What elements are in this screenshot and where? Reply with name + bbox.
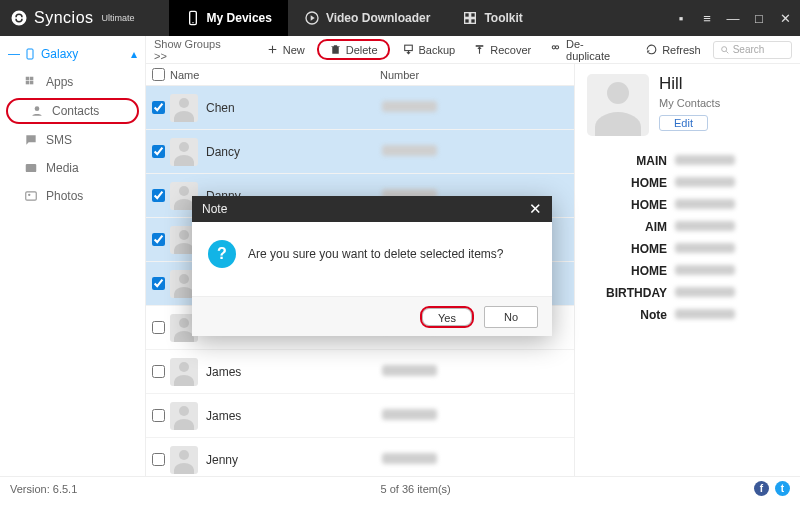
field-label: MAIN bbox=[587, 154, 667, 168]
field-value bbox=[675, 242, 735, 256]
detail-field: BIRTHDAY bbox=[587, 282, 788, 304]
dedup-button[interactable]: De-duplicate bbox=[543, 35, 633, 65]
contact-number bbox=[382, 409, 574, 423]
field-value bbox=[675, 220, 735, 234]
detail-panel: Hill My Contacts Edit MAINHOMEHOMEAIMHOM… bbox=[575, 64, 800, 476]
feedback-icon[interactable]: ▪ bbox=[674, 11, 688, 26]
brand-text: Syncios bbox=[34, 9, 94, 27]
table-row[interactable]: Dancy bbox=[146, 130, 574, 174]
recover-button[interactable]: Recover bbox=[467, 40, 537, 59]
row-checkbox[interactable] bbox=[152, 145, 165, 158]
field-label: BIRTHDAY bbox=[587, 286, 667, 300]
tab-my-devices[interactable]: My Devices bbox=[169, 0, 288, 36]
search-input[interactable]: Search bbox=[713, 41, 792, 59]
dialog-close-icon[interactable]: ✕ bbox=[529, 200, 542, 218]
detail-name: Hill bbox=[659, 74, 720, 94]
show-groups-link[interactable]: Show Groups >> bbox=[154, 38, 236, 62]
new-button[interactable]: New bbox=[260, 40, 311, 59]
recover-label: Recover bbox=[490, 44, 531, 56]
table-row[interactable]: James bbox=[146, 394, 574, 438]
row-checkbox[interactable] bbox=[152, 101, 165, 114]
avatar bbox=[170, 402, 198, 430]
dialog-title: Note bbox=[202, 202, 227, 216]
trash-icon bbox=[329, 43, 342, 56]
row-checkbox[interactable] bbox=[152, 365, 165, 378]
table-row[interactable]: James bbox=[146, 350, 574, 394]
contact-number bbox=[382, 145, 574, 159]
sidebar: — Galaxy ▴ Apps Contacts SMS Media Photo… bbox=[0, 36, 146, 476]
yes-button[interactable]: Yes bbox=[420, 306, 474, 328]
svg-point-20 bbox=[721, 46, 726, 51]
grid-icon bbox=[462, 10, 478, 26]
social-links: f t bbox=[754, 481, 790, 496]
field-label: AIM bbox=[587, 220, 667, 234]
delete-button[interactable]: Delete bbox=[317, 39, 390, 60]
svg-point-12 bbox=[35, 106, 40, 111]
contact-name: Jenny bbox=[206, 453, 382, 467]
sidebar-item-contacts[interactable]: Contacts bbox=[6, 98, 139, 124]
contact-number bbox=[382, 365, 574, 379]
sidebar-item-photos[interactable]: Photos bbox=[0, 182, 145, 210]
detail-field: HOME bbox=[587, 260, 788, 282]
detail-field: Note bbox=[587, 304, 788, 326]
device-row[interactable]: — Galaxy ▴ bbox=[0, 40, 145, 68]
svg-rect-3 bbox=[465, 13, 470, 18]
sidebar-item-apps[interactable]: Apps bbox=[0, 68, 145, 96]
device-icon bbox=[185, 10, 201, 26]
close-icon[interactable]: ✕ bbox=[778, 11, 792, 26]
select-all-checkbox[interactable] bbox=[152, 68, 165, 81]
backup-button[interactable]: Backup bbox=[396, 40, 462, 59]
row-checkbox[interactable] bbox=[152, 321, 165, 334]
edit-button[interactable]: Edit bbox=[659, 115, 708, 131]
play-circle-icon bbox=[304, 10, 320, 26]
maximize-icon[interactable]: □ bbox=[752, 11, 766, 26]
dialog-message: Are you sure you want to delete selected… bbox=[248, 247, 503, 261]
avatar bbox=[170, 446, 198, 474]
row-checkbox[interactable] bbox=[152, 277, 165, 290]
menu-icon[interactable]: ≡ bbox=[700, 11, 714, 26]
app-logo: Syncios Ultimate bbox=[10, 9, 135, 27]
device-name: Galaxy bbox=[41, 47, 78, 61]
detail-field: MAIN bbox=[587, 150, 788, 172]
phone-icon bbox=[24, 46, 36, 62]
table-row[interactable]: Chen bbox=[146, 86, 574, 130]
minimize-icon[interactable]: — bbox=[726, 11, 740, 26]
toolbar: Show Groups >> New Delete Backup Recover… bbox=[146, 36, 800, 64]
field-value bbox=[675, 286, 735, 300]
tab-label: Toolkit bbox=[484, 11, 522, 25]
svg-point-19 bbox=[556, 46, 559, 49]
field-label: HOME bbox=[587, 242, 667, 256]
table-row[interactable]: Jenny bbox=[146, 438, 574, 476]
row-checkbox[interactable] bbox=[152, 409, 165, 422]
svg-point-1 bbox=[192, 22, 193, 23]
row-checkbox[interactable] bbox=[152, 189, 165, 202]
tab-video-downloader[interactable]: Video Downloader bbox=[288, 0, 446, 36]
sidebar-item-label: Media bbox=[46, 161, 79, 175]
svg-rect-5 bbox=[465, 19, 470, 24]
apps-icon bbox=[24, 75, 38, 89]
col-number-header[interactable]: Number bbox=[380, 69, 574, 81]
sidebar-item-sms[interactable]: SMS bbox=[0, 126, 145, 154]
svg-rect-9 bbox=[30, 77, 33, 81]
grid-header: Name Number bbox=[146, 64, 574, 86]
no-button[interactable]: No bbox=[484, 306, 538, 328]
field-value bbox=[675, 154, 735, 168]
row-checkbox[interactable] bbox=[152, 453, 165, 466]
sidebar-item-media[interactable]: Media bbox=[0, 154, 145, 182]
new-label: New bbox=[283, 44, 305, 56]
svg-rect-4 bbox=[471, 13, 476, 18]
facebook-icon[interactable]: f bbox=[754, 481, 769, 496]
twitter-icon[interactable]: t bbox=[775, 481, 790, 496]
syncios-icon bbox=[10, 9, 28, 27]
media-icon bbox=[24, 161, 38, 175]
recover-icon bbox=[473, 43, 486, 56]
refresh-button[interactable]: Refresh bbox=[639, 40, 707, 59]
row-checkbox[interactable] bbox=[152, 233, 165, 246]
avatar bbox=[170, 94, 198, 122]
collapse-icon[interactable]: ▴ bbox=[131, 47, 137, 61]
question-icon: ? bbox=[208, 240, 236, 268]
tab-toolkit[interactable]: Toolkit bbox=[446, 0, 538, 36]
confirm-dialog: Note ✕ ? Are you sure you want to delete… bbox=[192, 196, 552, 336]
field-label: HOME bbox=[587, 176, 667, 190]
col-name-header[interactable]: Name bbox=[170, 69, 380, 81]
